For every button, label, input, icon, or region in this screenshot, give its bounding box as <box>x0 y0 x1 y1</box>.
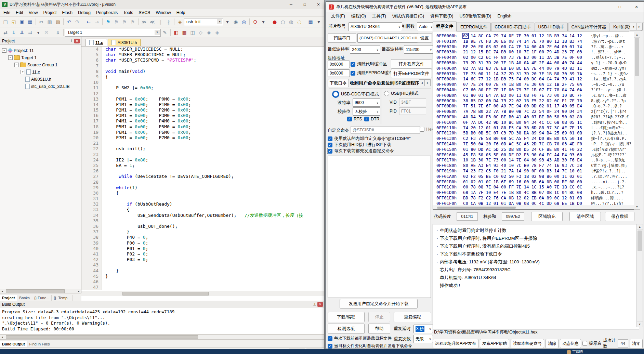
scroll-right-icon[interactable]: ▸ <box>77 289 81 293</box>
redo-icon[interactable]: ↷ <box>74 18 81 26</box>
find-function-combo[interactable]: usb_init ▾ <box>184 18 223 26</box>
insert-bookmark-icon[interactable]: ⚑ <box>104 18 112 26</box>
publish-app-help-button[interactable]: 发布APP帮助 <box>480 339 509 348</box>
collapse-icon[interactable]: − <box>8 55 13 60</box>
quick-find-icon[interactable]: Q <box>251 18 259 26</box>
hex-bytes[interactable]: 00 78 08 7E 04 00 FF 7E 14 1C 15 A0 7E 1… <box>463 185 591 190</box>
hex-bytes[interactable]: 7F 51 7E 6F 00 A9 7E 94 00 DD 02 01 17 4… <box>463 104 591 109</box>
hex-bytes[interactable]: 21 12 15 BC 7A B3 00 10 7E 1F 00 79 4D 2… <box>463 50 591 55</box>
hex-bytes[interactable]: 38 85 D2 00 DA 79 22 02 1B E5 22 02 0C F… <box>463 99 591 104</box>
hex-row[interactable]: 0FF00C0h38 85 D2 00 DA 79 22 02 1B E5 22… <box>436 99 634 104</box>
hex-horizontal-scrollbar[interactable] <box>433 206 634 209</box>
download-password-button[interactable]: 下载口令 <box>328 79 349 87</box>
hex-bytes[interactable]: 40 D4 30 F3 0C BE B0 41 40 07 BE B0 58 5… <box>463 115 591 120</box>
hex-bytes[interactable]: 07 7E 24 00 7E 7A 1B B0 7E 30 0A 12 1B 2… <box>463 82 591 88</box>
open-eeprom-file-button[interactable]: 打开EEPROM文件 <box>391 69 432 78</box>
hex-row[interactable]: 0FF0060h82 7A 81 83 7E EB E0 BC EA 7E 44… <box>436 66 634 71</box>
comment-icon[interactable]: ∥ <box>157 18 164 26</box>
target-options-icon[interactable]: ▩ <box>181 29 188 36</box>
manage-layout-icon[interactable]: ◫ <box>189 29 196 36</box>
menu-item-help[interactable]: Help <box>174 10 188 16</box>
window-list-icon[interactable]: ▦ <box>307 18 314 26</box>
chevron-down-icon[interactable]: ▾ <box>155 30 160 35</box>
hex-buffer-view[interactable]: 0FF0000h02 14 8C CA 79 74 0E 7E 70 01 12… <box>433 32 634 210</box>
disable-breakpoint-icon[interactable]: ○ <box>279 18 287 26</box>
hex-checkbox[interactable]: Hex <box>420 127 434 132</box>
hex-row[interactable]: 0FF0010h1B 9E 7C FB 30 E6 08 74 14 7E 70… <box>436 39 634 44</box>
open-program-file-button[interactable]: 打开程序文件 <box>391 59 432 69</box>
hex-bytes[interactable]: 01 02 01 0C 1B 6E 69 16 00 0B 6A 0B 00 B… <box>463 180 591 185</box>
hex-row[interactable]: 0FF0020hBF 20 E0 03 02 00 C4 7E 14 00 40… <box>436 44 634 50</box>
menu-item-svcs[interactable]: SVCS <box>136 10 153 16</box>
hex-bytes[interactable]: 82 7A 81 83 7E EB E0 BC EA 7E 44 00 79 4… <box>463 66 591 71</box>
hex-row[interactable]: 0FF01A0h02 F2 05 BE C0 02 50 F3 1B 02 9B… <box>436 174 634 180</box>
copy-icon[interactable]: ▥ <box>46 18 53 26</box>
remote-upgrade-publish-button[interactable]: 远程现场升级APP发布 <box>433 339 478 348</box>
pin-icon[interactable]: ⊥ <box>312 302 317 306</box>
menu-item-peripherals[interactable]: Peripherals <box>93 10 120 16</box>
hex-bytes[interactable]: A5 E8 50 05 5E 00 DF D2 F3 90 04 EC A4 E… <box>463 153 591 158</box>
usb-cdc-mode-radio[interactable]: USB-CDC/串口模式 <box>332 91 379 98</box>
parity-combo[interactable]: 无校验 ∨ <box>353 107 380 116</box>
hex-bytes[interactable]: C2 F3 7E 5B B0 0B 5C A5 F4 24 D0 BE B0 0… <box>463 136 591 142</box>
hex-bytes[interactable]: 74 23 F2 C5 F0 21 7A 14 90 0F 00 B3 14 7… <box>463 169 591 174</box>
dynamic-info-button[interactable]: 动态信息 <box>560 339 581 348</box>
find-combo-dropdown-icon[interactable]: ▾ <box>224 18 231 26</box>
scroll-left-icon[interactable]: ◂ <box>0 335 4 339</box>
hex-vertical-scrollbar[interactable]: ▲ ▼ <box>634 32 640 210</box>
search-icon[interactable]: ◎ <box>240 18 248 26</box>
code-editor[interactable]: 4char *USER_DEVICEDESC = NULL;5char *USE… <box>81 47 324 290</box>
tree-node-project[interactable]: − Project: 11 <box>0 47 81 54</box>
tree-node-source-group[interactable]: − Source Group 1 <box>0 61 81 68</box>
hex-bytes[interactable]: 02 14 8C CA 79 74 0E 7E 70 01 12 1B B3 7… <box>463 34 591 39</box>
hex-row[interactable]: 0FF01E0hBD 78 F2 C2 F6 CA 0B 12 02 EB 0A… <box>436 196 634 201</box>
minimize-button[interactable]: ─ <box>285 1 297 8</box>
hex-row[interactable]: 0FF0000h02 14 8C CA 79 74 0E 7E 70 01 12… <box>436 34 634 39</box>
window-list-dropdown-icon[interactable]: ▾ <box>315 18 323 26</box>
stc-tab[interactable]: USB-HID助手 <box>535 23 567 31</box>
menu-item-debug[interactable]: Debug <box>75 10 93 16</box>
step-icon[interactable]: ◇ <box>197 29 205 36</box>
menu-item[interactable]: 文件(F) <box>328 13 348 20</box>
navigate-back-icon[interactable]: ← <box>85 18 92 26</box>
hex-row[interactable]: 0FF0070h7E 73 00 11 1A 37 2D 31 7D 20 7E… <box>436 71 634 77</box>
clear-eeprom-buffer-checkbox[interactable]: ✓ 清除EEPROM缓冲区 <box>351 70 397 76</box>
baud-combo[interactable]: 9600 ∨ <box>353 99 380 107</box>
menu-item[interactable]: 调试仿真接口(G) <box>389 13 427 20</box>
rts-checkbox[interactable]: ✓ RTS <box>347 117 362 121</box>
repeat-program-button[interactable]: 重复编程 <box>394 312 431 322</box>
build-output-horizontal-scrollbar[interactable]: ◂ <box>0 335 324 339</box>
check-options-button[interactable]: 检测选项 <box>328 324 365 334</box>
next-bookmark-icon[interactable]: ⚑ <box>121 18 128 26</box>
reload-target-file-checkbox[interactable]: ✓ 每次下载前都重新装载目标文件 <box>328 336 392 341</box>
cut-icon[interactable]: ✂ <box>38 18 45 26</box>
find-function-icon[interactable]: ◈ <box>176 18 184 26</box>
menu-item-window[interactable]: Window <box>153 10 173 16</box>
send-custom-command-button[interactable]: 发送用户自定义命令并开始下载 <box>340 299 418 309</box>
hex-bytes[interactable]: BF 20 E0 03 02 00 C4 7E 14 00 40 7E 04 0… <box>463 44 591 50</box>
hex-row[interactable]: 0FF0160hA5 E8 50 05 5E 00 DF D2 F3 90 04… <box>436 153 634 158</box>
custom-command-input[interactable]: @STCISP# <box>351 126 420 134</box>
save-data-button[interactable]: 保存数据 <box>605 212 634 221</box>
custom-command-log[interactable] <box>328 156 431 298</box>
scroll-left-icon[interactable]: ◂ <box>0 289 4 293</box>
tree-node-file[interactable]: stc_usb_cdc_32.LIB <box>0 83 81 90</box>
panel-tab-2[interactable]: Books <box>17 295 32 301</box>
menu-item[interactable]: English <box>494 13 514 19</box>
toggle-breakpoint-icon[interactable]: ◌ <box>295 18 303 26</box>
max-baud-combo[interactable]: 115200 ∨ <box>404 45 434 54</box>
rebuild-icon[interactable]: ⇊ <box>18 29 26 36</box>
fill-area-button[interactable]: 区域填充 <box>531 212 563 221</box>
stc-tab[interactable]: EEPROM文件 <box>457 23 491 31</box>
message-vertical-scrollbar[interactable]: ▲ ▼ <box>636 224 643 327</box>
help-button[interactable]: 帮助 <box>368 324 390 334</box>
pin-count-combo[interactable]: Auto ∨ <box>417 22 434 31</box>
hex-bytes[interactable]: 14 6C 77 12 1B B3 75 F4 00 DC 04 C4 7A 7… <box>463 77 591 82</box>
prev-bookmark-icon[interactable]: ⚑ <box>113 18 120 26</box>
hex-row[interactable]: 0FF0040h02 00 C2 6C FF 80 73 7E B3 00 11… <box>436 55 634 61</box>
output-tab-1[interactable]: Build Output <box>0 341 27 347</box>
translate-icon[interactable]: ⇄ <box>2 29 9 36</box>
hex-row[interactable]: 0FF0110h74 20 12 01 01 80 F5 CA 3B 6D 88… <box>436 126 634 131</box>
repeat-delay-combo[interactable]: 3 秒 ∨ <box>413 325 433 333</box>
batch-build-dropdown-icon[interactable]: ▾ <box>35 29 42 36</box>
